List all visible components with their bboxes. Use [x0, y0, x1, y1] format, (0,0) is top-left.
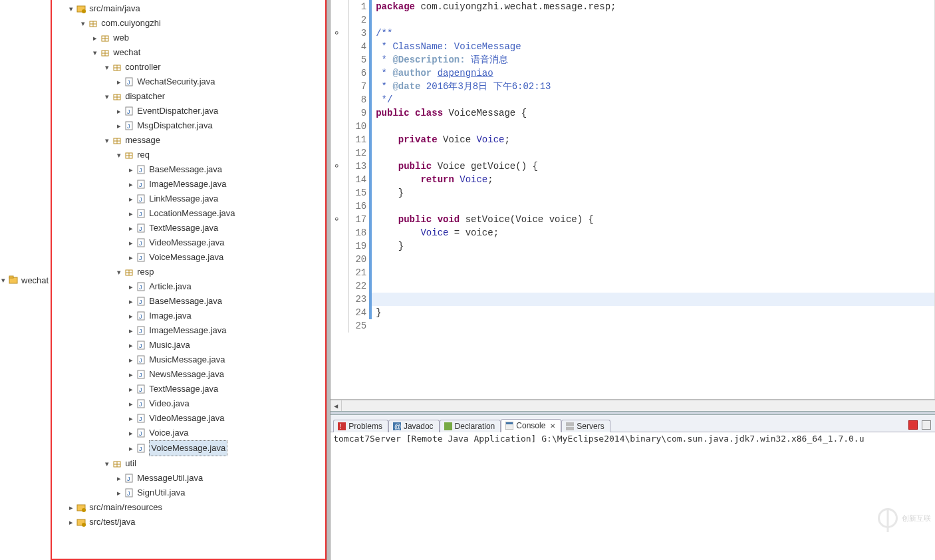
expand-arrow-icon[interactable]: ▸ [126, 441, 136, 456]
expand-arrow-icon[interactable]: ▸ [126, 352, 136, 367]
fold-marker[interactable] [331, 279, 342, 293]
file-req-LocationMessage.java[interactable]: ▸JLocationMessage.java [55, 206, 325, 221]
fold-marker[interactable] [331, 253, 342, 266]
code-line[interactable] [372, 266, 934, 279]
code-line[interactable]: */ [372, 93, 934, 106]
project-root[interactable]: ▾wechat [0, 0, 49, 560]
code-line[interactable]: package com.cuiyongzhi.wechat.message.re… [372, 0, 934, 13]
tab-problems[interactable]: ! Problems [333, 420, 388, 432]
file-SignUtil.java[interactable]: ▸JSignUtil.java [55, 486, 325, 500]
code-line[interactable]: public class VoiceMessage { [372, 106, 934, 120]
file-resp-TextMessage.java[interactable]: ▸JTextMessage.java [55, 382, 325, 396]
expand-arrow-icon[interactable]: ▸ [114, 104, 124, 118]
fold-marker[interactable] [331, 226, 342, 239]
tab-declaration[interactable]: Declaration [440, 420, 501, 432]
code-line[interactable] [372, 120, 934, 133]
expand-arrow-icon[interactable]: ▾ [67, 1, 76, 16]
file-resp-Image.java[interactable]: ▸JImage.java [55, 309, 325, 323]
fold-marker[interactable] [331, 186, 342, 200]
fold-marker[interactable] [331, 146, 342, 160]
file-resp-Article.java[interactable]: ▸JArticle.java [55, 279, 325, 294]
editor-horizontal-scrollbar[interactable]: ◄ [331, 400, 935, 411]
fold-marker[interactable] [331, 293, 342, 306]
code-line[interactable]: } [372, 306, 934, 319]
fold-marker[interactable] [331, 53, 342, 67]
fold-marker[interactable] [331, 40, 342, 53]
pkg-resp[interactable]: ▾resp [55, 265, 325, 279]
code-line[interactable]: public Voice getVoice() { [372, 160, 934, 173]
file-WechatSecurity.java[interactable]: ▸JWechatSecurity.java [55, 74, 325, 89]
expand-arrow-icon[interactable]: ▸ [126, 206, 136, 221]
file-req-VideoMessage.java[interactable]: ▸JVideoMessage.java [55, 235, 325, 250]
file-req-TextMessage.java[interactable]: ▸JTextMessage.java [55, 221, 325, 235]
code-line[interactable]: } [372, 239, 934, 253]
code-line[interactable] [372, 279, 934, 293]
code-line[interactable]: /** [372, 27, 934, 40]
file-resp-Music.java[interactable]: ▸JMusic.java [55, 338, 325, 352]
code-line[interactable]: public void setVoice(Voice voice) { [372, 213, 934, 226]
fold-marker[interactable] [331, 173, 342, 186]
code-line[interactable] [372, 13, 934, 27]
file-resp-NewsMessage.java[interactable]: ▸JNewsMessage.java [55, 367, 325, 382]
pkg-base[interactable]: ▾com.cuiyongzhi [55, 16, 325, 31]
code-line[interactable] [372, 293, 934, 306]
file-req-BaseMessage.java[interactable]: ▸JBaseMessage.java [55, 162, 325, 177]
code-line[interactable] [372, 146, 934, 160]
expand-arrow-icon[interactable]: ▾ [114, 265, 124, 279]
code-line[interactable] [372, 319, 934, 333]
expand-arrow-icon[interactable]: ▾ [78, 16, 88, 31]
expand-arrow-icon[interactable]: ▸ [126, 367, 136, 382]
code-line[interactable]: * @author dapengniao [372, 67, 934, 80]
expand-arrow-icon[interactable]: ▾ [102, 60, 112, 74]
fold-marker[interactable]: ⊖ [331, 213, 342, 226]
fold-marker[interactable] [331, 133, 342, 146]
file-resp-VoiceMessage.java[interactable]: ▸JVoiceMessage.java [55, 440, 325, 456]
pkg-controller[interactable]: ▾controller [55, 60, 325, 74]
fold-marker[interactable] [331, 13, 342, 27]
file-resp-Voice.java[interactable]: ▸JVoice.java [55, 426, 325, 440]
code-line[interactable] [372, 253, 934, 266]
expand-arrow-icon[interactable]: ▾ [102, 456, 112, 471]
expand-arrow-icon[interactable]: ▸ [90, 31, 100, 45]
terminate-icon[interactable] [908, 420, 918, 430]
fold-marker[interactable] [331, 67, 342, 80]
pkg-web[interactable]: ▸web [55, 31, 325, 45]
fold-marker[interactable] [331, 319, 342, 333]
code-line[interactable]: Voice = voice; [372, 226, 934, 239]
expand-arrow-icon[interactable]: ▸ [126, 250, 136, 265]
expand-arrow-icon[interactable]: ▸ [126, 323, 136, 338]
fold-marker[interactable] [331, 239, 342, 253]
expand-arrow-icon[interactable]: ▸ [126, 338, 136, 352]
file-resp-VideoMessage.java[interactable]: ▸JVideoMessage.java [55, 411, 325, 426]
src-main-java[interactable]: ▾src/main/java [55, 1, 325, 16]
file-resp-MusicMessage.java[interactable]: ▸JMusicMessage.java [55, 352, 325, 367]
expand-arrow-icon[interactable]: ▸ [126, 309, 136, 323]
expand-arrow-icon[interactable]: ▸ [126, 396, 136, 411]
package-explorer[interactable]: ▾src/main/java▾com.cuiyongzhi▸web▾wechat… [51, 0, 327, 560]
file-req-LinkMessage.java[interactable]: ▸JLinkMessage.java [55, 192, 325, 206]
file-resp-BaseMessage.java[interactable]: ▸JBaseMessage.java [55, 294, 325, 309]
file-MessageUtil.java[interactable]: ▸JMessageUtil.java [55, 471, 325, 486]
tab-servers[interactable]: Servers [561, 420, 610, 432]
expand-arrow-icon[interactable]: ▸ [126, 192, 136, 206]
fold-marker[interactable]: ⊖ [331, 160, 342, 173]
file-MsgDispatcher.java[interactable]: ▸JMsgDispatcher.java [55, 118, 325, 133]
pkg-wechat[interactable]: ▾wechat [55, 45, 325, 60]
fold-marker[interactable] [331, 93, 342, 106]
expand-arrow-icon[interactable]: ▾ [0, 276, 8, 285]
fold-marker[interactable]: ⊖ [331, 27, 342, 40]
expand-arrow-icon[interactable]: ▸ [126, 177, 136, 192]
expand-arrow-icon[interactable]: ▸ [114, 486, 124, 500]
expand-arrow-icon[interactable]: ▾ [102, 89, 112, 104]
file-req-ImageMessage.java[interactable]: ▸JImageMessage.java [55, 177, 325, 192]
tab-console[interactable]: Console ✕ [501, 419, 561, 432]
fold-marker[interactable] [331, 120, 342, 133]
code-line[interactable]: return Voice; [372, 173, 934, 186]
file-EventDispatcher.java[interactable]: ▸JEventDispatcher.java [55, 104, 325, 118]
pkg-dispatcher[interactable]: ▾dispatcher [55, 89, 325, 104]
expand-arrow-icon[interactable]: ▸ [114, 74, 124, 89]
expand-arrow-icon[interactable]: ▸ [126, 279, 136, 294]
expand-arrow-icon[interactable]: ▸ [114, 118, 124, 133]
clear-console-icon[interactable] [922, 420, 931, 430]
code-line[interactable]: } [372, 186, 934, 200]
